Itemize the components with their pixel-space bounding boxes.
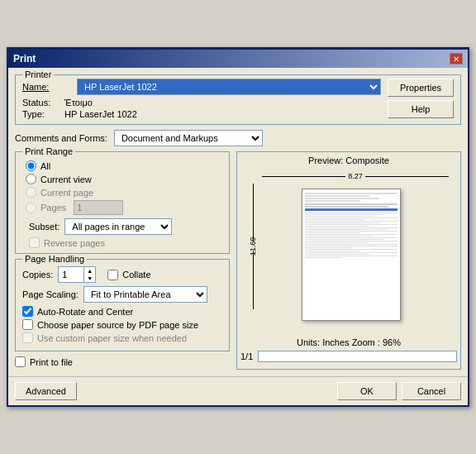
choose-paper-row[interactable]: Choose paper source by PDF page size: [22, 319, 222, 330]
reverse-pages-row: Reverse pages: [29, 237, 222, 248]
units-zoom: Units: Inches Zoom : 96%: [240, 337, 457, 347]
reverse-pages-label: Reverse pages: [44, 238, 105, 248]
print-to-file-row[interactable]: Print to file: [15, 356, 230, 367]
ok-button[interactable]: OK: [337, 382, 397, 400]
pagination-label: 1/1: [240, 351, 253, 361]
copies-spinbox[interactable]: ▲ ▼: [58, 266, 96, 283]
auto-rotate-row[interactable]: Auto-Rotate and Center: [22, 306, 222, 317]
custom-paper-checkbox: [22, 332, 33, 343]
printer-group: Printer Name: HP LaserJet 1022 Status: Έ…: [15, 74, 461, 125]
type-label: Type:: [22, 109, 60, 119]
collate-label[interactable]: Collate: [107, 270, 150, 280]
choose-paper-label: Choose paper source by PDF page size: [37, 320, 198, 330]
current-view-label: Current view: [40, 174, 92, 184]
properties-button[interactable]: Properties: [388, 79, 454, 97]
spin-arrows: ▲ ▼: [83, 267, 95, 282]
copies-label: Copies:: [22, 270, 53, 280]
help-button[interactable]: Help: [388, 100, 454, 118]
pages-label: Pages: [40, 203, 66, 213]
custom-paper-label: Use custom paper size when needed: [37, 333, 187, 343]
pagination-row: 1/1: [240, 347, 457, 366]
bottom-right-buttons: OK Cancel: [337, 382, 461, 400]
pages-radio: [26, 203, 36, 213]
printer-group-title: Printer: [22, 69, 54, 79]
collate-checkbox[interactable]: [107, 270, 118, 280]
choose-paper-checkbox[interactable]: [22, 319, 33, 330]
collate-text: Collate: [122, 270, 150, 280]
title-bar: Print ✕: [8, 50, 468, 68]
preview-panel: Preview: Composite 8.27 11.69: [236, 151, 461, 370]
comments-select[interactable]: Document and Markups: [114, 130, 263, 146]
current-view-radio-item[interactable]: Current view: [26, 174, 219, 184]
height-dimension: 11.69: [249, 237, 257, 256]
subset-label: Subset:: [29, 222, 60, 232]
auto-rotate-label: Auto-Rotate and Center: [37, 307, 133, 317]
spin-up-button[interactable]: ▲: [84, 267, 95, 275]
print-to-file-checkbox[interactable]: [15, 356, 26, 367]
printer-name-label: Name:: [22, 82, 72, 92]
width-dimension: 8.27: [345, 172, 365, 180]
current-page-radio: [26, 187, 36, 198]
subset-select[interactable]: All pages in range: [64, 218, 172, 235]
current-page-label: Current page: [40, 188, 93, 198]
print-dialog: Print ✕ Printer Name: HP LaserJet 1022 S…: [7, 47, 469, 407]
cancel-button[interactable]: Cancel: [402, 382, 461, 400]
page-handling-group: Page Handling Copies: ▲ ▼ Collat: [15, 259, 230, 351]
status-label: Status:: [22, 98, 60, 108]
pages-radio-item[interactable]: Pages: [26, 200, 219, 215]
progress-bar-container: [258, 351, 457, 362]
dialog-title: Print: [13, 53, 36, 65]
bottom-bar: Advanced OK Cancel: [8, 376, 468, 405]
status-value: Έτοιμο: [64, 98, 93, 108]
print-range-title: Print Range: [22, 146, 75, 156]
page-handling-title: Page Handling: [22, 254, 87, 264]
custom-paper-row: Use custom paper size when needed: [22, 332, 222, 343]
print-to-file-label: Print to file: [30, 357, 73, 367]
spin-down-button[interactable]: ▼: [84, 275, 95, 282]
advanced-button[interactable]: Advanced: [15, 382, 77, 400]
all-radio-item[interactable]: All: [26, 160, 219, 171]
page-scaling-select[interactable]: Fit to Printable Area: [83, 286, 207, 303]
print-range-group: Print Range All Current view Current: [15, 151, 230, 254]
preview-document: [302, 189, 401, 321]
auto-rotate-checkbox[interactable]: [22, 306, 33, 317]
page-scaling-label: Page Scaling:: [22, 289, 79, 299]
current-view-radio[interactable]: [26, 174, 36, 184]
reverse-pages-checkbox: [29, 237, 40, 248]
comments-label: Comments and Forms:: [15, 133, 107, 143]
printer-name-select[interactable]: HP LaserJet 1022: [77, 79, 381, 95]
all-radio[interactable]: [26, 160, 36, 171]
close-button[interactable]: ✕: [450, 53, 463, 65]
pages-input: [74, 200, 123, 215]
preview-title: Preview: Composite: [240, 155, 457, 165]
current-page-radio-item[interactable]: Current page: [26, 187, 219, 198]
all-label: All: [40, 161, 50, 171]
type-value: HP LaserJet 1022: [64, 109, 137, 119]
copies-input[interactable]: [59, 267, 83, 282]
